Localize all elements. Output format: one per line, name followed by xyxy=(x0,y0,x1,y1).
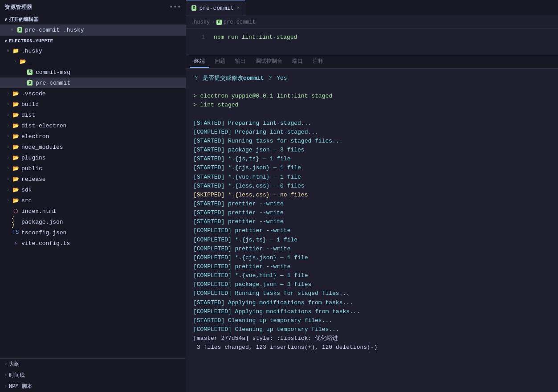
folder-icon: 📂 xyxy=(12,90,20,98)
chevron-icon: › xyxy=(4,145,12,150)
tree-item-src[interactable]: › 📂 src xyxy=(0,195,186,206)
tab-output[interactable]: 输出 xyxy=(231,56,250,68)
tree-item-label: .vscode xyxy=(21,90,186,97)
tree-item-dist[interactable]: › 📂 dist xyxy=(0,110,186,120)
terminal-line: [COMPLETED] *.{vue,html} — 1 file xyxy=(193,271,551,280)
shell-icon: S xyxy=(26,79,34,87)
breadcrumb-file[interactable]: pre-commit xyxy=(224,19,256,25)
breadcrumb-sep: › xyxy=(212,19,215,25)
terminal-line: > lint-staged xyxy=(193,101,551,110)
terminal-line: [COMPLETED] prettier --write xyxy=(193,262,551,271)
sidebar: 资源管理器 ••• 打开的编辑器 × S pre-commit .husky E… xyxy=(0,0,186,392)
folder-icon: 📂 xyxy=(12,111,20,119)
tab-ports[interactable]: 端口 xyxy=(288,56,307,68)
close-editor-icon[interactable]: × xyxy=(11,27,14,33)
chevron-icon: › xyxy=(4,91,12,96)
tab-close-icon[interactable]: × xyxy=(236,5,240,11)
open-editor-item[interactable]: × S pre-commit .husky xyxy=(0,24,186,35)
tree-item-label: _ xyxy=(29,58,186,65)
line-number: 1 xyxy=(191,34,205,41)
sidebar-header: 资源管理器 ••• xyxy=(0,0,186,14)
folder-icon: 📂 xyxy=(19,57,27,65)
terminal-line: [STARTED] Cleaning up temporary files... xyxy=(193,316,551,325)
tree-item-release[interactable]: › 📂 release xyxy=(0,174,186,184)
terminal-line: [COMPLETED] *.{cjs,json} — 1 file xyxy=(193,253,551,262)
editor-line-1: 1 npm run lint:lint-staged xyxy=(186,32,558,42)
outline-label: 大纲 xyxy=(9,360,20,368)
tree-item-sdk[interactable]: › 📂 sdk xyxy=(0,184,186,195)
tab-pre-commit[interactable]: S pre-commit × xyxy=(186,0,245,16)
terminal-line: [STARTED] *.{less,css} — 0 files xyxy=(193,182,551,191)
terminal-line: [STARTED] *.{cjs,json} — 1 file xyxy=(193,163,551,172)
tree-item-vite-config[interactable]: ⚡ vite.config.ts xyxy=(0,238,186,249)
tree-item-husky[interactable]: ∨ 📁 .husky xyxy=(0,45,186,56)
tree-item-pre-commit[interactable]: S pre-commit xyxy=(0,78,186,88)
chevron-icon: ∨ xyxy=(4,48,12,53)
npm-scripts-section[interactable]: › NPM 脚本 xyxy=(0,381,186,392)
tree-item-label: .husky xyxy=(21,48,186,54)
tree-item-tsconfig-json[interactable]: TS tsconfig.json xyxy=(0,227,186,238)
html-icon: ⬡ xyxy=(12,207,20,215)
tab-problems[interactable]: 问题 xyxy=(210,56,230,68)
editor-area: 1 npm run lint:lint-staged xyxy=(186,29,558,55)
terminal-line: [STARTED] *.{js,ts} — 1 file xyxy=(193,155,551,163)
tree-item-label: plugins xyxy=(21,155,186,161)
terminal-body[interactable]: ？ 是否提交或修改commit ？ Yes > electron-yuppie@… xyxy=(186,69,558,392)
tree-item-package-json[interactable]: { } package.json xyxy=(0,216,186,227)
terminal-line: [STARTED] prettier --write xyxy=(193,200,551,208)
tab-terminal[interactable]: 终端 xyxy=(190,56,209,68)
tree-item-underscore[interactable]: › 📂 _ xyxy=(0,56,186,67)
sidebar-more-icon[interactable]: ••• xyxy=(169,4,181,11)
tab-comments[interactable]: 注释 xyxy=(308,56,328,68)
timeline-label: 时间线 xyxy=(9,372,25,379)
folder-open-icon: 📁 xyxy=(12,47,20,55)
tree-item-label: public xyxy=(21,165,186,172)
shell-icon: S xyxy=(26,68,34,76)
terminal-line: [COMPLETED] package.json — 3 files xyxy=(193,280,551,289)
folder-icon: 📂 xyxy=(12,175,20,183)
tree-item-index-html[interactable]: ⬡ index.html xyxy=(0,206,186,216)
terminal-tabs: 终端 问题 输出 调试控制台 端口 注释 xyxy=(186,55,558,69)
tree-item-label: pre-commit xyxy=(36,80,186,86)
tree-item-plugins[interactable]: › 📂 plugins xyxy=(0,152,186,163)
tab-file-icon: S xyxy=(191,5,196,11)
tree-item-vscode[interactable]: › 📂 .vscode xyxy=(0,88,186,99)
open-editors-label[interactable]: 打开的编辑器 xyxy=(0,14,186,24)
terminal-line xyxy=(193,110,551,119)
folder-node-icon: 📂 xyxy=(12,143,20,151)
tree-item-electron[interactable]: › 📂 electron xyxy=(0,131,186,142)
terminal-line: [STARTED] *.{vue,html} — 1 file xyxy=(193,173,551,182)
tree-item-label: electron xyxy=(21,133,186,140)
chevron-icon: › xyxy=(4,123,12,128)
folder-icon: 📂 xyxy=(12,196,20,204)
tree-item-commit-msg[interactable]: S commit-msg xyxy=(0,67,186,78)
terminal-line: ？ 是否提交或修改commit ？ Yes xyxy=(193,74,551,83)
tree-item-build[interactable]: › 📂 build xyxy=(0,99,186,110)
terminal-line: > electron-yuppie@0.0.1 lint:lint-staged xyxy=(193,92,551,101)
terminal-line: [STARTED] Running tasks for staged files… xyxy=(193,137,551,146)
breadcrumb: .husky › S pre-commit xyxy=(186,16,558,29)
terminal-line: [STARTED] Applying modifications from ta… xyxy=(193,298,551,307)
terminal-line: [COMPLETED] prettier --write xyxy=(193,226,551,235)
terminal-line: [SKIPPED] *.{less,css} — no files xyxy=(193,191,551,200)
file-type-icon: S xyxy=(17,27,22,33)
tree-item-label: build xyxy=(21,101,186,108)
breadcrumb-husky[interactable]: .husky xyxy=(191,19,210,25)
file-tree: ELECTRON-YUPPIE ∨ 📁 .husky › 📂 _ S commi… xyxy=(0,36,186,358)
project-label[interactable]: ELECTRON-YUPPIE xyxy=(0,37,186,45)
tab-label: pre-commit xyxy=(199,5,234,12)
folder-icon: 📂 xyxy=(12,186,20,194)
tree-item-public[interactable]: › 📂 public xyxy=(0,163,186,174)
tab-debug-console[interactable]: 调试控制台 xyxy=(251,56,287,68)
terminal-line xyxy=(193,83,551,92)
folder-icon: 📂 xyxy=(12,132,20,140)
outline-section[interactable]: › 大纲 xyxy=(0,359,186,370)
tree-item-label: dist xyxy=(21,112,186,118)
chevron-icon: › xyxy=(4,362,7,367)
tree-item-dist-electron[interactable]: › 📂 dist-electron xyxy=(0,120,186,131)
tree-item-label: release xyxy=(21,176,186,183)
tree-item-node-modules[interactable]: › 📂 node_modules xyxy=(0,142,186,152)
timeline-section[interactable]: › 时间线 xyxy=(0,370,186,381)
terminal-line: [COMPLETED] prettier --write xyxy=(193,245,551,253)
tree-item-label: node_modules xyxy=(21,144,186,151)
